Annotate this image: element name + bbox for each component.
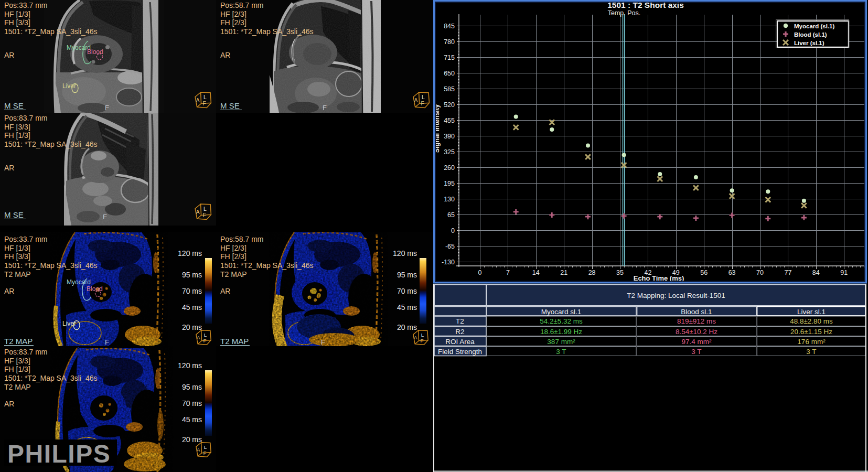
svg-text:Pos:33.7 mm: Pos:33.7 mm bbox=[4, 235, 47, 243]
svg-text:1501: *T2_Map SA_3sli_46s: 1501: *T2_Map SA_3sli_46s bbox=[4, 374, 97, 382]
svg-text:L: L bbox=[422, 94, 425, 100]
svg-text:F: F bbox=[203, 100, 207, 106]
svg-text:A: A bbox=[414, 97, 418, 103]
svg-text:1501: *T2_Map SA_3sli_46s: 1501: *T2_Map SA_3sli_46s bbox=[4, 261, 97, 270]
svg-text:F: F bbox=[203, 338, 206, 344]
svg-text:T2 MAP: T2 MAP bbox=[4, 383, 31, 391]
svg-text:AR: AR bbox=[4, 400, 14, 408]
svg-text:L: L bbox=[204, 444, 207, 450]
svg-text:65: 65 bbox=[447, 211, 455, 219]
svg-text:F: F bbox=[323, 104, 327, 112]
svg-text:390: 390 bbox=[444, 133, 455, 140]
svg-text:520: 520 bbox=[444, 101, 455, 109]
svg-text:AR: AR bbox=[4, 51, 14, 59]
svg-text:FH [2/3]: FH [2/3] bbox=[220, 252, 247, 261]
svg-text:R2: R2 bbox=[455, 328, 464, 336]
svg-text:715: 715 bbox=[444, 54, 455, 61]
svg-text:28: 28 bbox=[588, 269, 596, 276]
svg-text:HF [3/3]: HF [3/3] bbox=[4, 357, 30, 365]
svg-text:F: F bbox=[203, 450, 206, 456]
svg-text:20 ms: 20 ms bbox=[397, 323, 417, 331]
svg-text:176 mm²: 176 mm² bbox=[797, 338, 826, 346]
svg-text:45 ms: 45 ms bbox=[182, 415, 202, 424]
svg-text:819±912 ms: 819±912 ms bbox=[677, 317, 716, 325]
svg-text:91: 91 bbox=[840, 269, 848, 276]
svg-text:FH [3/3]: FH [3/3] bbox=[4, 252, 30, 261]
svg-text:M SE: M SE bbox=[220, 101, 240, 110]
svg-text:F: F bbox=[420, 338, 423, 344]
svg-text:Myocard: Myocard bbox=[67, 278, 91, 286]
svg-text:63: 63 bbox=[728, 269, 736, 276]
svg-text:F: F bbox=[421, 100, 425, 106]
svg-text:A: A bbox=[197, 447, 200, 453]
svg-text:77: 77 bbox=[784, 269, 791, 276]
svg-text:1501: *T2_Map SA_3sli_46s: 1501: *T2_Map SA_3sli_46s bbox=[220, 261, 313, 270]
svg-text:Liver: Liver bbox=[62, 82, 76, 90]
svg-text:70 ms: 70 ms bbox=[182, 399, 202, 407]
svg-text:FH [2/3]: FH [2/3] bbox=[220, 18, 247, 27]
svg-text:8.54±10.2 Hz: 8.54±10.2 Hz bbox=[676, 328, 717, 336]
svg-text:0: 0 bbox=[478, 269, 482, 276]
svg-text:L: L bbox=[421, 332, 424, 338]
svg-text:T2 MAP: T2 MAP bbox=[4, 270, 31, 278]
svg-text:1501: *T2_Map SA_3sli_46s: 1501: *T2_Map SA_3sli_46s bbox=[4, 27, 97, 36]
svg-text:FH [1/3]: FH [1/3] bbox=[4, 131, 30, 140]
svg-text:120 ms: 120 ms bbox=[178, 249, 202, 258]
svg-text:HF [1/3]: HF [1/3] bbox=[4, 10, 30, 18]
svg-text:70 ms: 70 ms bbox=[182, 287, 202, 295]
svg-text:Blood: Blood bbox=[87, 285, 103, 293]
svg-text:20.6±1.15 Hz: 20.6±1.15 Hz bbox=[790, 328, 832, 336]
svg-text:1501: *T2_Map SA_3sli_46s: 1501: *T2_Map SA_3sli_46s bbox=[4, 140, 97, 148]
svg-text:-130: -130 bbox=[442, 259, 455, 266]
svg-text:Blood (sl.1): Blood (sl.1) bbox=[794, 31, 827, 38]
svg-text:AR: AR bbox=[220, 287, 230, 295]
svg-text:3 T: 3 T bbox=[806, 348, 816, 356]
svg-text:Pos:83.7 mm: Pos:83.7 mm bbox=[4, 114, 47, 122]
svg-text:195: 195 bbox=[444, 180, 455, 187]
svg-text:FH [1/3]: FH [1/3] bbox=[4, 365, 30, 373]
svg-text:120 ms: 120 ms bbox=[393, 249, 417, 258]
svg-text:48.8±2.80 ms: 48.8±2.80 ms bbox=[790, 317, 833, 325]
svg-text:T2 MAP: T2 MAP bbox=[220, 270, 247, 278]
svg-text:21: 21 bbox=[560, 269, 567, 276]
svg-text:T2 MAP: T2 MAP bbox=[220, 337, 249, 346]
svg-text:AR: AR bbox=[4, 164, 14, 172]
svg-text:L: L bbox=[203, 94, 207, 100]
svg-text:56: 56 bbox=[700, 269, 708, 276]
svg-text:Liver sl.1: Liver sl.1 bbox=[797, 308, 826, 316]
svg-text:95 ms: 95 ms bbox=[182, 271, 202, 279]
svg-text:84: 84 bbox=[812, 269, 820, 276]
svg-text:FH [3/3]: FH [3/3] bbox=[4, 18, 30, 27]
svg-text:650: 650 bbox=[444, 70, 455, 77]
svg-text:780: 780 bbox=[444, 38, 455, 46]
svg-text:HF [3/3]: HF [3/3] bbox=[4, 123, 30, 131]
svg-text:18.6±1.99 Hz: 18.6±1.99 Hz bbox=[540, 328, 582, 336]
svg-text:95 ms: 95 ms bbox=[397, 271, 417, 279]
svg-text:54.2±5.32 ms: 54.2±5.32 ms bbox=[540, 317, 583, 325]
svg-text:F: F bbox=[105, 338, 109, 346]
svg-text:-65: -65 bbox=[445, 243, 455, 250]
svg-text:AR: AR bbox=[220, 51, 230, 59]
svg-text:20 ms: 20 ms bbox=[182, 323, 202, 331]
svg-text:Blood: Blood bbox=[87, 48, 103, 56]
svg-text:A: A bbox=[197, 335, 200, 340]
svg-text:A: A bbox=[196, 209, 200, 215]
svg-text:35: 35 bbox=[616, 269, 624, 276]
svg-text:325: 325 bbox=[444, 148, 455, 156]
svg-text:70: 70 bbox=[756, 269, 764, 276]
svg-text:1501: *T2_Map SA_3sli_46s: 1501: *T2_Map SA_3sli_46s bbox=[220, 27, 313, 36]
svg-text:45 ms: 45 ms bbox=[182, 303, 202, 312]
svg-text:Myocard (sl.1): Myocard (sl.1) bbox=[794, 23, 834, 29]
svg-text:455: 455 bbox=[444, 117, 455, 124]
svg-text:845: 845 bbox=[444, 23, 455, 30]
svg-text:97.4 mm²: 97.4 mm² bbox=[681, 338, 712, 346]
svg-text:HF [1/3]: HF [1/3] bbox=[4, 244, 30, 252]
svg-text:M SE: M SE bbox=[4, 210, 24, 219]
svg-text:A: A bbox=[196, 97, 200, 103]
svg-text:Pos:83.7 mm: Pos:83.7 mm bbox=[4, 348, 47, 356]
svg-text:L: L bbox=[203, 206, 207, 212]
svg-text:Myocard sl.1: Myocard sl.1 bbox=[541, 308, 582, 316]
svg-text:Liver: Liver bbox=[62, 320, 76, 327]
svg-text:7: 7 bbox=[506, 269, 510, 276]
svg-text:Pos:58.7 mm: Pos:58.7 mm bbox=[220, 235, 263, 243]
